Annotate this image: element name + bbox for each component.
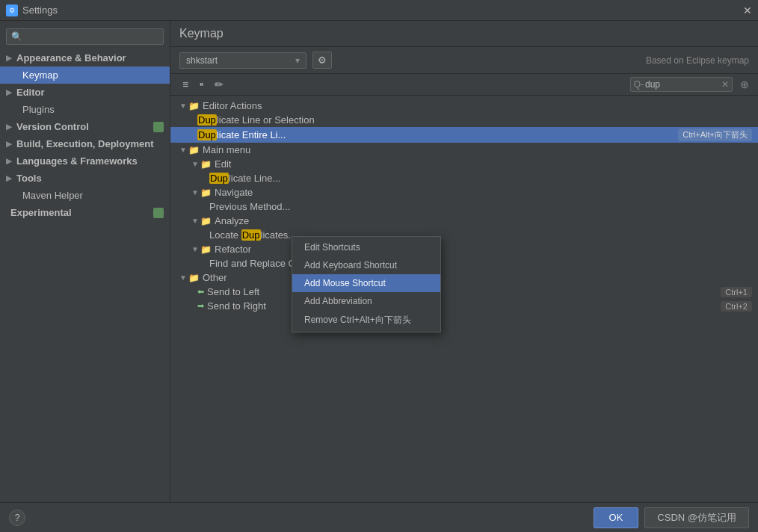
sidebar-item-label: Version Control (16, 121, 150, 132)
sidebar-item-label: Keymap (22, 69, 164, 81)
tree-row-dup-entire-line[interactable]: Duplicate Entire Li... Ctrl+Alt+向下箭头 (170, 127, 758, 143)
title-bar-left: ⚙ Settings (6, 4, 58, 16)
collapse-arrow-icon: ▼ (179, 273, 187, 282)
clear-search-icon[interactable]: ✕ (721, 79, 729, 90)
badge-icon (153, 122, 164, 132)
tree-row-send-right[interactable]: ➡ Send to Right Ctrl+2 (170, 299, 758, 313)
sidebar-item-label: Languages & Frameworks (16, 155, 164, 167)
tree-area[interactable]: ▼ 📁 Editor Actions Duplicate Line or Sel… (170, 96, 758, 502)
tree-row-find-replace[interactable]: Find and Replace Code Duplicates... (170, 256, 758, 270)
arrow-icon: ▶ (6, 88, 12, 96)
tree-row-navigate[interactable]: ▼ 📁 Navigate (170, 185, 758, 200)
context-menu-edit-shortcuts[interactable]: Edit Shortcuts (292, 238, 440, 256)
search-options-icon[interactable]: ⊕ (740, 78, 749, 90)
collapse-arrow-icon: ▼ (179, 102, 187, 110)
bottom-right-actions: OK CSDN @仿笔记用 (594, 507, 749, 528)
tree-item-label: Find and Replace Code Duplicates... (209, 258, 752, 269)
sidebar-item-plugins[interactable]: Plugins (0, 101, 170, 118)
tree-item-label: Edit (215, 158, 752, 170)
context-menu: Edit Shortcuts Add Keyboard Shortcut Add… (292, 236, 441, 332)
highlight-span: Dup (209, 173, 229, 184)
tree-item-label: Duplicate Line or Selection (197, 114, 752, 126)
context-menu-add-keyboard[interactable]: Add Keyboard Shortcut (292, 256, 440, 274)
sidebar-item-maven[interactable]: Maven Helper (0, 187, 170, 204)
outdent-button[interactable]: ⁌ (196, 77, 207, 92)
bottom-bar: ? OK CSDN @仿笔记用 (0, 502, 758, 532)
sidebar-item-version-control[interactable]: ▶ Version Control (0, 118, 170, 135)
tree-row-editor-actions[interactable]: ▼ 📁 Editor Actions (170, 99, 758, 113)
sidebar-search[interactable] (0, 24, 170, 49)
main-container: ▶ Appearance & Behavior Keymap ▶ Editor … (0, 21, 758, 502)
content-header: Keymap (170, 21, 758, 47)
tree-row-analyze[interactable]: ▼ 📁 Analyze (170, 214, 758, 228)
sidebar: ▶ Appearance & Behavior Keymap ▶ Editor … (0, 21, 170, 502)
settings-icon: ⚙ (6, 4, 18, 16)
context-menu-add-abbreviation[interactable]: Add Abbreviation (292, 292, 440, 310)
tree-row-dup-line-sel[interactable]: Duplicate Line or Selection (170, 113, 758, 127)
indent-button[interactable]: ≡ (179, 77, 191, 92)
sidebar-item-label: Build, Execution, Deployment (16, 138, 164, 149)
sidebar-item-tools[interactable]: ▶ Tools (0, 170, 170, 187)
title-bar: ⚙ Settings ✕ (0, 0, 758, 21)
shortcut-badge: Ctrl+Alt+向下箭头 (678, 129, 752, 141)
cancel-button[interactable]: CSDN @仿笔记用 (644, 507, 749, 528)
scheme-selector[interactable]: shkstart ▾ (179, 52, 306, 69)
sidebar-item-keymap[interactable]: Keymap (0, 66, 170, 84)
close-button[interactable]: ✕ (743, 4, 752, 16)
sidebar-item-languages[interactable]: ▶ Languages & Frameworks (0, 152, 170, 170)
folder-icon: 📁 (188, 273, 200, 283)
collapse-arrow-icon: ▼ (191, 217, 199, 225)
sidebar-item-label: Maven Helper (22, 190, 164, 201)
sidebar-item-editor[interactable]: ▶ Editor (0, 84, 170, 101)
tree-row-locate-dups[interactable]: Locate Duplicates... (170, 228, 758, 242)
search-input[interactable] (645, 79, 720, 90)
tree-item-label: Editor Actions (203, 100, 752, 111)
search-box[interactable]: Q- ✕ (630, 77, 733, 92)
shortcut-badge: Ctrl+1 (721, 287, 752, 297)
sidebar-item-label: Editor (16, 87, 164, 98)
ok-button[interactable]: OK (594, 507, 639, 528)
action-toolbar: ≡ ⁌ ✏ Q- ✕ ⊕ (170, 74, 758, 96)
tree-item-label: Previous Method... (209, 201, 752, 212)
tree-item-label: Main menu (203, 144, 752, 155)
sidebar-item-label: Appearance & Behavior (16, 52, 164, 64)
tree-row-other[interactable]: ▼ 📁 Other (170, 270, 758, 285)
tree-row-prev-method[interactable]: Previous Method... (170, 200, 758, 214)
context-menu-add-mouse[interactable]: Add Mouse Shortcut (292, 274, 440, 292)
sidebar-item-appearance[interactable]: ▶ Appearance & Behavior (0, 49, 170, 66)
window-title: Settings (22, 4, 58, 16)
badge-icon (153, 208, 164, 218)
folder-icon: 📁 (188, 101, 200, 111)
edit-button[interactable]: ✏ (212, 77, 227, 92)
sidebar-item-build[interactable]: ▶ Build, Execution, Deployment (0, 135, 170, 152)
dropdown-arrow-icon: ▾ (295, 55, 300, 66)
sidebar-search-input[interactable] (6, 28, 164, 45)
context-menu-remove[interactable]: Remove Ctrl+Alt+向下箭头 (292, 310, 440, 330)
send-right-icon: ➡ (197, 301, 204, 311)
search-prefix: Q- (634, 79, 644, 90)
folder-icon: 📁 (200, 216, 212, 226)
folder-icon: 📁 (200, 159, 212, 170)
folder-icon: 📁 (200, 188, 212, 198)
sidebar-item-label: Experimental (10, 207, 150, 218)
arrow-icon: ▶ (6, 140, 12, 148)
sidebar-item-label: Tools (16, 173, 164, 184)
tree-item-label: Locate Duplicates... (209, 229, 752, 241)
sidebar-item-experimental[interactable]: Experimental (0, 204, 170, 221)
page-title: Keymap (179, 27, 224, 40)
tree-item-label: Duplicate Line... (209, 173, 752, 184)
sidebar-item-label: Plugins (22, 104, 164, 115)
arrow-icon: ▶ (6, 157, 12, 165)
tree-row-dup-line2[interactable]: Duplicate Line... (170, 171, 758, 185)
gear-button[interactable]: ⚙ (312, 52, 332, 69)
tree-row-main-menu[interactable]: ▼ 📁 Main menu (170, 143, 758, 157)
collapse-arrow-icon: ▼ (191, 188, 199, 197)
help-button[interactable]: ? (9, 510, 25, 526)
arrow-icon: ▶ (6, 174, 12, 182)
tree-row-edit-folder[interactable]: ▼ 📁 Edit (170, 157, 758, 171)
tree-row-send-left[interactable]: ⬅ Send to Left Ctrl+1 (170, 285, 758, 299)
tree-item-label: Other (203, 272, 752, 283)
keymap-toolbar: shkstart ▾ ⚙ Based on Eclipse keymap (170, 47, 758, 74)
arrow-icon: ▶ (6, 123, 12, 131)
tree-row-refactor[interactable]: ▼ 📁 Refactor (170, 242, 758, 256)
